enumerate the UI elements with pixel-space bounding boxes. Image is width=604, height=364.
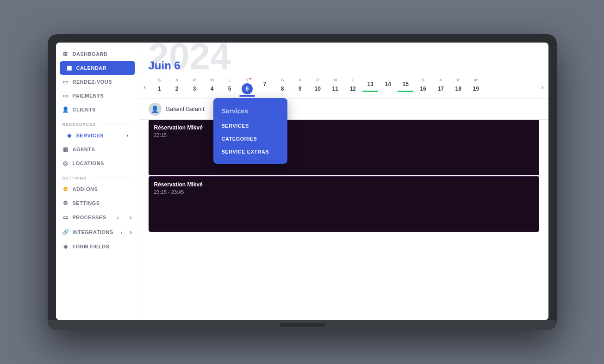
sidebar-item-rendez-vous[interactable]: ▭ RENDEZ-VOUS [56,75,139,89]
resources-section-label: RESSOURCES [56,117,139,129]
calendar-days: S1A2P3M4L5Y67S8A9P10M11L12131415S16A17P1… [150,76,537,99]
services-icon: ◈ [66,132,73,139]
agents-icon: ▦ [62,146,69,153]
calendar-day[interactable]: P10 [309,76,326,99]
calendar-day[interactable]: M4 [203,76,221,99]
dropdown-item-service-extras[interactable]: SERVICE EXTRAS [213,145,287,158]
calendar-day[interactable]: P18 [449,76,467,99]
sidebar-item-processes[interactable]: ▭ PROCESSES › [56,210,139,225]
services-arrow: › [126,132,129,139]
dropdown-item-services[interactable]: SERVICES [213,119,287,132]
dropdown-title: Services [213,105,287,119]
integrations-arrow: › [120,229,122,235]
sidebar-item-paiements[interactable]: ▭ PAIEMENTS [56,89,139,103]
formfields-icon: ◈ [62,243,69,250]
locations-icon: ◎ [62,160,69,167]
laptop-notch [279,323,325,327]
calendar-day[interactable]: 7 [256,76,274,99]
calendar-nav: ‹ S1A2P3M4L5Y67S8A9P10M11L12131415S16A17… [139,76,548,99]
calendar-day[interactable]: S8 [274,76,291,99]
sidebar-item-addons[interactable]: ⚙ ADD-ONS [56,182,139,196]
dropdown-menu: Services SERVICES CATEGORIES SERVICE EXT… [213,98,287,164]
processes-icon: ▭ [62,214,69,221]
sidebar-item-calendar[interactable]: ▦ CALENDAR [60,61,135,75]
sidebar-item-locations[interactable]: ◎ LOCATIONS [56,156,139,170]
calendar-day[interactable]: A2 [168,76,186,99]
dropdown-item-categories[interactable]: CATEGORIES [213,132,287,145]
avatar: 👤 [149,103,162,116]
calendar-day[interactable]: S16 [414,76,432,99]
clients-icon: 👤 [62,106,69,113]
date-title: Juin 6 [149,50,539,72]
calendar-day[interactable]: 14 [379,76,397,99]
processes-arrow: › [117,215,119,220]
sidebar-item-clients[interactable]: 👤 CLIENTS [56,103,139,117]
settings-icon: ⚙ [62,200,69,206]
addons-icon: ⚙ [62,186,69,192]
calendar-day[interactable]: L5 [221,76,238,99]
event-time: 23:15 [154,132,534,138]
event-block[interactable]: Réservation Mikvé 23:15 - 23:45 [149,176,539,232]
staff-row: 👤 Balanit Balanit [139,99,548,120]
laptop-frame: ⊞ DASHBOARD ▦ CALENDAR ▭ RENDEZ-VOUS ▭ P… [48,34,557,330]
calendar-day[interactable]: M11 [326,76,344,99]
dashboard-icon: ⊞ [62,51,69,57]
rendez-vous-icon: ▭ [62,79,69,85]
calendar-day[interactable]: P3 [186,76,203,99]
settings-section-label: SETTINGS [56,170,139,182]
event-time: 23:15 - 23:45 [154,189,534,195]
calendar-day[interactable]: M19 [467,76,485,99]
sidebar-item-integrations[interactable]: 🔗 INTEGRATIONS › [56,225,139,240]
calendar-header: 2024 Juin 6 [139,43,548,72]
sidebar-item-services[interactable]: ◈ SERVICES › [60,129,135,142]
event-title: Réservation Mikvé [154,181,534,188]
sidebar: ⊞ DASHBOARD ▦ CALENDAR ▭ RENDEZ-VOUS ▭ P… [56,43,139,320]
event-title: Réservation Mikvé [154,124,534,131]
screen: ⊞ DASHBOARD ▦ CALENDAR ▭ RENDEZ-VOUS ▭ P… [56,43,548,320]
main-content: 2024 Juin 6 ‹ S1A2P3M4L5Y67S8A9P10M11L12… [139,43,548,320]
next-button[interactable]: › [537,80,548,93]
prev-button[interactable]: ‹ [139,80,151,93]
staff-name: Balanit Balanit [166,105,205,112]
calendar-day[interactable]: A9 [291,76,309,99]
calendar-day[interactable]: 15 [397,76,414,99]
calendar-day[interactable]: S1 [150,76,168,99]
calendar-day[interactable]: L12 [344,76,361,99]
integrations-icon: 🔗 [62,229,69,235]
calendar-day[interactable]: A17 [432,76,449,99]
events-container: Réservation Mikvé 23:15 Réservation Mikv… [139,120,548,305]
sidebar-item-formfields[interactable]: ◈ FORM FIELDS [56,240,139,253]
event-block[interactable]: Réservation Mikvé 23:15 [149,120,539,175]
calendar-icon: ▦ [66,65,73,71]
paiements-icon: ▭ [62,93,69,99]
sidebar-item-agents[interactable]: ▦ AGENTS [56,142,139,156]
sidebar-item-settings[interactable]: ⚙ SETTINGS [56,196,139,210]
calendar-day[interactable]: 13 [361,76,379,99]
laptop-base [48,320,557,330]
sidebar-item-dashboard[interactable]: ⊞ DASHBOARD [56,47,139,61]
calendar-day[interactable]: Y6 [238,76,256,99]
